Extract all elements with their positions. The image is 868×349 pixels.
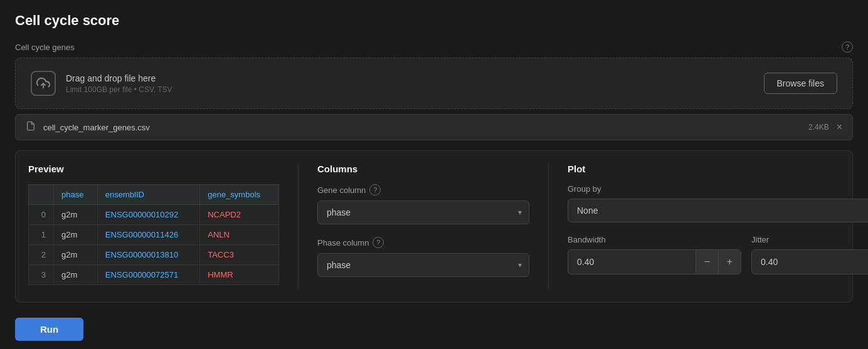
row-ensembl: ENSG00000011426: [97, 225, 199, 245]
row-index: 0: [29, 205, 54, 225]
col-header-ensembl: ensemblID: [97, 185, 199, 205]
bandwidth-decrease-button[interactable]: −: [696, 250, 718, 274]
bandwidth-increase-button[interactable]: +: [718, 250, 741, 274]
upload-cloud-icon: [31, 71, 56, 96]
plot-section: Plot Group by None ▾ Bandwidth −: [549, 164, 868, 289]
row-phase: g2m: [54, 205, 98, 225]
jitter-label: Jitter: [751, 235, 868, 244]
col-header-gene: gene_symbols: [200, 185, 279, 205]
browse-files-button[interactable]: Browse files: [764, 73, 837, 94]
columns-title: Columns: [317, 164, 529, 174]
row-phase: g2m: [54, 245, 98, 265]
group-by-group: Group by None ▾: [568, 184, 868, 222]
bandwidth-group: Bandwidth − +: [568, 235, 741, 274]
run-button[interactable]: Run: [15, 318, 83, 341]
help-icon-gene-col[interactable]: ?: [369, 184, 381, 195]
uploaded-file-row: cell_cycle_marker_genes.csv 2.4KB ×: [15, 114, 853, 140]
phase-column-group: Phase column ? phase ensemblID gene_symb…: [317, 237, 529, 277]
row-gene: ANLN: [200, 225, 279, 245]
table-row: 3 g2m ENSG00000072571 HMMR: [29, 265, 279, 285]
gene-column-select[interactable]: phase ensemblID gene_symbols: [317, 201, 529, 224]
phase-column-label: Phase column: [317, 238, 369, 247]
help-icon-phase-col[interactable]: ?: [373, 237, 384, 248]
table-row: 1 g2m ENSG00000011426 ANLN: [29, 225, 279, 245]
file-name: cell_cycle_marker_genes.csv: [43, 123, 797, 132]
preview-title: Preview: [28, 164, 279, 174]
group-by-select[interactable]: None: [568, 199, 868, 222]
drag-drop-text: Drag and drop file here: [66, 73, 172, 83]
row-gene: NCAPD2: [200, 205, 279, 225]
jitter-input[interactable]: [752, 251, 868, 273]
row-index: 2: [29, 245, 54, 265]
col-header-phase: phase: [54, 185, 98, 205]
upload-dropzone[interactable]: Drag and drop file here Limit 100GB per …: [15, 58, 853, 109]
row-ensembl: ENSG00000010292: [97, 205, 199, 225]
row-phase: g2m: [54, 265, 98, 285]
group-by-label: Group by: [568, 184, 601, 194]
row-ensembl: ENSG00000013810: [97, 245, 199, 265]
bandwidth-label: Bandwidth: [568, 235, 741, 244]
cell-cycle-genes-label: Cell cycle genes: [15, 43, 75, 52]
bandwidth-input[interactable]: [568, 251, 696, 273]
row-gene: TACC3: [200, 245, 279, 265]
row-index: 3: [29, 265, 54, 285]
help-icon-upload[interactable]: ?: [842, 41, 853, 53]
row-gene: HMMR: [200, 265, 279, 285]
main-panel: Preview phase ensemblID gene_symbols 0 g…: [15, 150, 853, 303]
gene-column-group: Gene column ? phase ensemblID gene_symbo…: [317, 184, 529, 224]
upload-limit-text: Limit 100GB per file • CSV, TSV: [66, 85, 172, 94]
page-title: Cell cycle score: [15, 13, 853, 29]
gene-column-label: Gene column: [317, 185, 366, 195]
row-phase: g2m: [54, 225, 98, 245]
row-index: 1: [29, 225, 54, 245]
table-row: 2 g2m ENSG00000013810 TACC3: [29, 245, 279, 265]
plot-title: Plot: [568, 164, 868, 174]
preview-table: phase ensemblID gene_symbols 0 g2m ENSG0…: [28, 184, 279, 285]
col-header-index: [29, 185, 54, 205]
file-size: 2.4KB: [808, 123, 829, 132]
table-row: 0 g2m ENSG00000010292 NCAPD2: [29, 205, 279, 225]
preview-section: Preview phase ensemblID gene_symbols 0 g…: [28, 164, 298, 289]
jitter-group: Jitter − +: [751, 235, 868, 274]
row-ensembl: ENSG00000072571: [97, 265, 199, 285]
file-document-icon: [26, 121, 36, 133]
phase-column-select[interactable]: phase ensemblID gene_symbols: [317, 253, 529, 277]
columns-section: Columns Gene column ? phase ensemblID ge…: [298, 164, 549, 289]
file-close-icon[interactable]: ×: [837, 122, 842, 132]
